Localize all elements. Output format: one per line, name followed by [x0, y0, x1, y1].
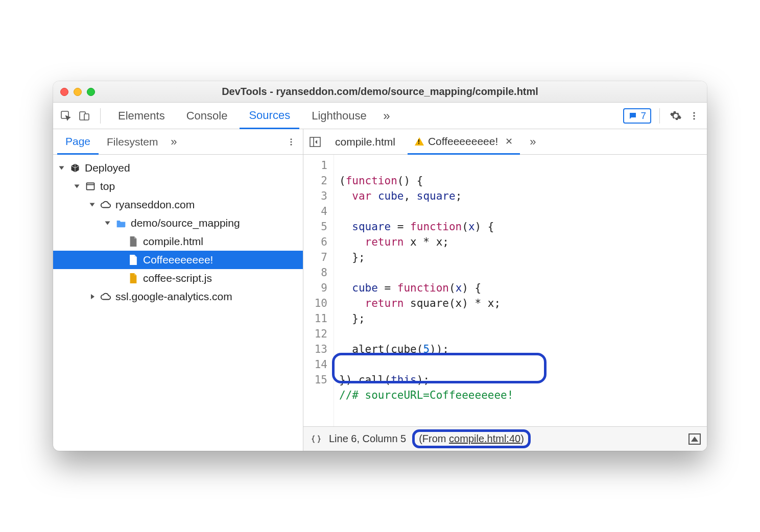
file-tree: Deployed top ryanseddon.com demo/source_… — [53, 155, 303, 310]
tree-label: Deployed — [85, 162, 130, 174]
close-tab-icon[interactable]: ✕ — [505, 136, 513, 147]
cube-icon — [69, 162, 81, 174]
traffic-lights — [60, 88, 95, 96]
editor-footer: Line 6, Column 5 (From compile.html:40) — [303, 426, 707, 451]
subtab-page[interactable]: Page — [57, 129, 99, 155]
tree-file-coffee[interactable]: Coffeeeeeeee! — [53, 251, 303, 269]
tree-domain[interactable]: ryanseddon.com — [53, 196, 303, 214]
issues-count: 7 — [640, 110, 646, 122]
svg-point-3 — [693, 112, 695, 113]
window-title: DevTools - ryanseddon.com/demo/source_ma… — [53, 86, 707, 98]
tab-lighthouse[interactable]: Lighthouse — [302, 103, 376, 129]
more-filetabs-icon[interactable]: » — [525, 134, 540, 150]
tree-deployed[interactable]: Deployed — [53, 159, 303, 177]
file-icon — [128, 236, 139, 247]
svg-rect-9 — [87, 183, 94, 189]
file-js-icon — [128, 273, 139, 284]
settings-gear-icon[interactable] — [668, 108, 683, 124]
tree-label: demo/source_mapping — [131, 217, 240, 229]
tree-label: Coffeeeeeeee! — [143, 254, 213, 266]
pretty-print-icon[interactable] — [310, 432, 323, 446]
filetab-label: Coffeeeeeeee! — [428, 135, 498, 148]
tree-label: ssl.google-analytics.com — [115, 291, 232, 303]
tree-file-script[interactable]: coffee-script.js — [53, 269, 303, 287]
tree-file-compile[interactable]: compile.html — [53, 232, 303, 251]
svg-point-8 — [291, 143, 292, 145]
panel-body: Page Filesystem » Deployed top — [53, 129, 707, 451]
from-link[interactable]: compile.html:40 — [449, 433, 520, 444]
from-suffix: ) — [520, 433, 524, 444]
filetab-compile[interactable]: compile.html — [328, 129, 402, 155]
inspect-element-icon[interactable] — [58, 108, 74, 124]
cloud-icon — [100, 291, 111, 302]
tree-ga[interactable]: ssl.google-analytics.com — [53, 287, 303, 306]
tree-label: top — [100, 180, 115, 192]
svg-point-7 — [291, 141, 292, 142]
file-tabs: compile.html Coffeeeeeeee! ✕ » — [303, 129, 707, 155]
subtab-filesystem[interactable]: Filesystem — [99, 129, 166, 155]
show-coverage-icon[interactable] — [688, 433, 701, 445]
devtools-window: DevTools - ryanseddon.com/demo/source_ma… — [53, 81, 707, 451]
folder-icon — [115, 217, 127, 229]
device-toggle-icon[interactable] — [77, 108, 92, 124]
svg-point-6 — [291, 138, 292, 140]
tree-label: compile.html — [143, 235, 203, 248]
titlebar: DevTools - ryanseddon.com/demo/source_ma… — [53, 81, 707, 103]
tree-folder[interactable]: demo/source_mapping — [53, 214, 303, 232]
cursor-position: Line 6, Column 5 — [329, 433, 406, 445]
line-gutter: 123456789101112131415 — [303, 155, 334, 426]
tree-label: coffee-script.js — [143, 272, 212, 284]
tab-sources[interactable]: Sources — [240, 103, 299, 129]
file-icon — [128, 254, 139, 265]
minimize-window-button[interactable] — [74, 88, 82, 96]
more-tabs-icon[interactable]: » — [379, 108, 394, 124]
tab-console[interactable]: Console — [177, 103, 237, 129]
maximize-window-button[interactable] — [87, 88, 95, 96]
svg-rect-2 — [84, 114, 89, 120]
editor-panel: compile.html Coffeeeeeeee! ✕ » 123456789… — [303, 129, 707, 451]
main-toolbar: Elements Console Sources Lighthouse » 7 — [53, 103, 707, 129]
issues-badge[interactable]: 7 — [623, 108, 651, 124]
navigator-panel: Page Filesystem » Deployed top — [53, 129, 303, 451]
close-window-button[interactable] — [60, 88, 68, 96]
annotation-highlight-sourceurl — [332, 353, 547, 383]
tab-elements[interactable]: Elements — [109, 103, 174, 129]
svg-point-5 — [693, 118, 695, 119]
code-body[interactable]: (function() { var cube, square; square =… — [334, 155, 707, 426]
filetab-coffee[interactable]: Coffeeeeeeee! ✕ — [408, 129, 520, 155]
warning-icon — [415, 137, 424, 146]
cloud-icon — [100, 199, 111, 210]
navigator-tabs: Page Filesystem » — [53, 129, 303, 155]
tree-label: ryanseddon.com — [115, 199, 195, 211]
svg-point-4 — [693, 115, 695, 116]
code-editor[interactable]: 123456789101112131415 (function() { var … — [303, 155, 707, 426]
annotation-highlight-from: (From compile.html:40) — [412, 429, 531, 448]
more-subtabs-icon[interactable]: » — [166, 134, 181, 150]
toggle-navigator-icon[interactable] — [307, 134, 323, 150]
filetab-label: compile.html — [335, 136, 395, 148]
from-label: (From — [419, 433, 449, 444]
frame-icon — [85, 181, 96, 192]
kebab-menu-icon[interactable] — [686, 108, 702, 124]
navigator-kebab-icon[interactable] — [283, 134, 299, 150]
tree-top[interactable]: top — [53, 177, 303, 196]
